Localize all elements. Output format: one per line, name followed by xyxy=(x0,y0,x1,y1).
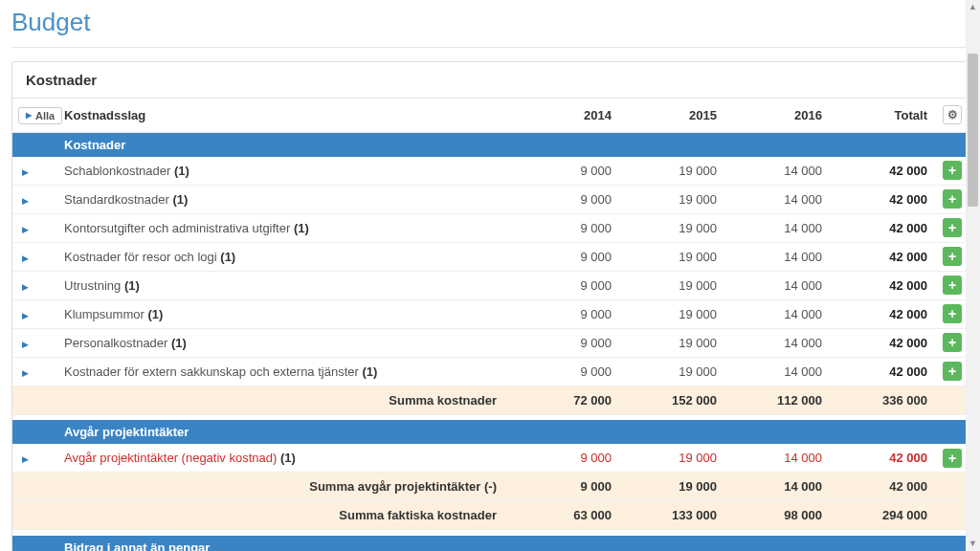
row-name: Klumpsummor (1) xyxy=(55,299,516,328)
cell-y2: 19 000 xyxy=(621,299,726,328)
table-row: ▶Personalkostnader (1)9 00019 00014 0004… xyxy=(12,328,968,357)
caret-right-icon[interactable]: ▶ xyxy=(22,368,29,378)
section-title: Avgår projektintäkter xyxy=(55,420,516,444)
summary-label: Summa avgår projektintäkter (-) xyxy=(55,473,516,501)
cell-y1: 9 000 xyxy=(516,357,621,386)
row-name: Kontorsutgifter och administrativa utgif… xyxy=(55,213,516,242)
row-count: (1) xyxy=(280,451,296,465)
cell-total: 42 000 xyxy=(832,299,937,328)
summary-cell: 98 000 xyxy=(726,501,832,530)
cell-total: 42 000 xyxy=(832,444,937,473)
scroll-up-icon[interactable]: ▲ xyxy=(966,0,980,14)
vertical-scrollbar[interactable]: ▲ ▼ xyxy=(966,0,980,551)
add-row-button[interactable]: + xyxy=(943,304,962,323)
cell-y2: 19 000 xyxy=(621,357,726,386)
row-name: Standardkostnader (1) xyxy=(55,185,516,213)
cell-y3: 14 000 xyxy=(726,328,832,357)
section-header: Kostnader xyxy=(12,132,968,157)
row-count: (1) xyxy=(294,221,309,235)
add-row-button[interactable]: + xyxy=(943,189,962,209)
summary-cell: 152 000 xyxy=(621,386,726,414)
cell-y2: 19 000 xyxy=(621,444,726,473)
table-row: ▶Schablonkostnader (1)9 00019 00014 0004… xyxy=(12,157,968,186)
row-name: Schablonkostnader (1) xyxy=(55,157,516,186)
cell-y2: 19 000 xyxy=(621,242,726,271)
add-row-button[interactable]: + xyxy=(943,161,962,180)
divider xyxy=(11,47,969,48)
table-row: ▶Standardkostnader (1)9 00019 00014 0004… xyxy=(12,185,968,213)
row-name: Personalkostnader (1) xyxy=(55,328,516,357)
row-count: (1) xyxy=(362,364,377,379)
summary-total: 336 000 xyxy=(832,386,937,414)
summary-cell: 9 000 xyxy=(516,473,621,501)
caret-right-icon[interactable]: ▶ xyxy=(22,340,29,349)
cell-y2: 19 000 xyxy=(621,271,726,299)
cell-y2: 19 000 xyxy=(621,185,726,213)
add-row-button[interactable]: + xyxy=(943,362,962,381)
row-name: Kostnader för extern sakkunskap och exte… xyxy=(55,357,516,386)
add-row-button[interactable]: + xyxy=(943,218,962,237)
summary-cell: 63 000 xyxy=(516,501,621,530)
summary-cell: 19 000 xyxy=(621,473,726,501)
cell-y3: 14 000 xyxy=(726,271,832,299)
cell-total: 42 000 xyxy=(832,357,937,386)
cell-y1: 9 000 xyxy=(516,328,621,357)
costs-panel: Kostnader ▶ Alla Kostnadsslag 2 xyxy=(11,61,969,551)
caret-right-icon[interactable]: ▶ xyxy=(22,225,29,234)
cell-y3: 14 000 xyxy=(726,242,832,271)
cell-y1: 9 000 xyxy=(516,299,621,328)
budget-table: ▶ Alla Kostnadsslag 2014 2015 2016 Total… xyxy=(12,99,968,551)
caret-right-icon: ▶ xyxy=(26,111,32,120)
cell-y1: 9 000 xyxy=(516,157,621,186)
cell-y1: 9 000 xyxy=(516,271,621,299)
row-count: (1) xyxy=(171,336,187,350)
section-header: Avgår projektintäkter xyxy=(12,420,968,444)
summary-row: Summa avgår projektintäkter (-)9 00019 0… xyxy=(12,473,968,501)
cell-y2: 19 000 xyxy=(621,213,726,242)
row-count: (1) xyxy=(124,278,140,293)
col-header-total: Totalt xyxy=(832,99,937,132)
table-row: ▶Utrustning (1)9 00019 00014 00042 000+ xyxy=(12,271,968,299)
cell-y3: 14 000 xyxy=(726,444,832,473)
add-row-button[interactable]: + xyxy=(943,449,962,468)
cell-y2: 19 000 xyxy=(621,157,726,186)
row-count: (1) xyxy=(172,192,188,207)
section-title: Bidrag i annat än pengar xyxy=(55,536,516,552)
caret-right-icon[interactable]: ▶ xyxy=(22,311,29,320)
cell-total: 42 000 xyxy=(832,213,937,242)
expand-all-button[interactable]: ▶ Alla xyxy=(18,107,62,124)
caret-right-icon[interactable]: ▶ xyxy=(22,282,29,292)
row-name: Avgår projektintäkter (negativ kostnad) … xyxy=(55,444,516,473)
cell-total: 42 000 xyxy=(832,157,937,186)
summary-total: 42 000 xyxy=(832,473,937,501)
add-row-button[interactable]: + xyxy=(943,276,962,295)
row-count: (1) xyxy=(220,250,235,264)
expand-all-label: Alla xyxy=(35,110,55,121)
add-row-button[interactable]: + xyxy=(943,247,962,266)
table-header-row: ▶ Alla Kostnadsslag 2014 2015 2016 Total… xyxy=(12,99,968,132)
col-header-year-0: 2014 xyxy=(516,99,621,132)
caret-right-icon[interactable]: ▶ xyxy=(22,454,29,464)
caret-right-icon[interactable]: ▶ xyxy=(22,196,29,206)
cell-y1: 9 000 xyxy=(516,185,621,213)
section-title: Kostnader xyxy=(55,132,516,157)
cell-total: 42 000 xyxy=(832,271,937,299)
summary-total: 294 000 xyxy=(832,501,937,530)
summary-label: Summa kostnader xyxy=(55,386,516,414)
cell-y2: 19 000 xyxy=(621,328,726,357)
col-header-name: Kostnadsslag xyxy=(55,99,516,132)
scroll-thumb[interactable] xyxy=(968,54,978,207)
row-name: Utrustning (1) xyxy=(55,271,516,299)
table-row: ▶Kontorsutgifter och administrativa utgi… xyxy=(12,213,968,242)
cell-y3: 14 000 xyxy=(726,357,832,386)
table-row: ▶Kostnader för resor och logi (1)9 00019… xyxy=(12,242,968,271)
summary-row: Summa faktiska kostnader63 000133 00098 … xyxy=(12,501,968,530)
caret-right-icon[interactable]: ▶ xyxy=(22,253,29,263)
cell-y3: 14 000 xyxy=(726,157,832,186)
table-row: ▶Kostnader för extern sakkunskap och ext… xyxy=(12,357,968,386)
row-count: (1) xyxy=(174,164,189,178)
scroll-down-icon[interactable]: ▼ xyxy=(966,537,980,551)
gear-icon[interactable]: ⚙ xyxy=(943,105,962,124)
add-row-button[interactable]: + xyxy=(943,333,962,352)
caret-right-icon[interactable]: ▶ xyxy=(22,167,29,177)
